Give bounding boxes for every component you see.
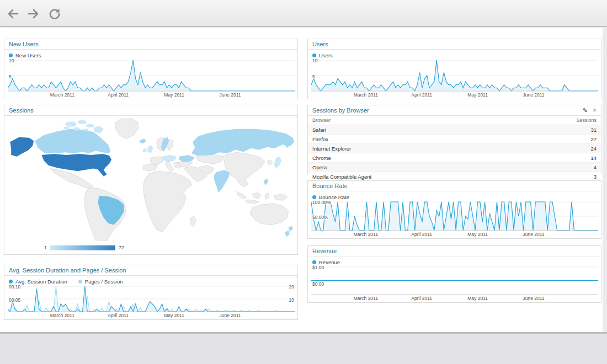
x-axis-label: April 2011	[411, 296, 432, 301]
y-axis-label-right: 10	[289, 297, 294, 303]
country-ireland	[143, 148, 146, 153]
forward-arrow-icon	[29, 10, 38, 18]
x-axis-label: June 2011	[523, 296, 544, 301]
legend: Bounce Rate	[308, 191, 601, 200]
y-axis-label: 10	[8, 58, 14, 63]
y-axis-label: 5	[8, 74, 12, 79]
y-axis-label: 5	[312, 74, 316, 79]
sessions-value: 4	[513, 163, 601, 172]
x-axis-label: April 2011	[411, 92, 432, 98]
x-axis-label: March 2011	[354, 296, 378, 301]
panel-users-title[interactable]: Users	[308, 39, 601, 50]
x-axis-label: June 2011	[523, 232, 544, 237]
map-legend: 1 72	[4, 241, 297, 254]
continent-africa	[143, 171, 191, 232]
y-axis-label: $1.00	[312, 265, 324, 270]
panel-revenue: Revenue Revenue $1.00 $0.00 March 2011 A…	[307, 245, 601, 303]
edit-icon[interactable]: ✎	[583, 105, 588, 115]
x-axis-label: April 2011	[411, 232, 432, 237]
x-axis: March 2011 April 2011 May 2011 June 2011	[311, 92, 598, 99]
legend-dot-pages-session	[78, 280, 82, 283]
bounce-rate-chart[interactable]	[311, 201, 598, 231]
reload-button[interactable]	[47, 7, 62, 20]
x-axis-label: March 2011	[354, 92, 378, 98]
table-row: Safari31	[308, 125, 601, 135]
country-philippines	[264, 179, 268, 185]
country-japan	[274, 157, 281, 169]
sessions-value: 31	[513, 125, 601, 135]
forward-button[interactable]	[26, 7, 41, 20]
table-row: Firefox27	[308, 135, 601, 144]
panel-bounce-title[interactable]: Bounce Rate	[308, 181, 601, 191]
legend: New Users	[4, 50, 297, 58]
avg-session-chart[interactable]	[8, 286, 295, 312]
panel-sessions-title[interactable]: Sessions	[4, 105, 297, 116]
country-iceland	[140, 139, 146, 144]
table-row: Chrome14	[308, 153, 601, 163]
x-axis-label: May 2011	[467, 92, 488, 98]
country-korea	[267, 159, 273, 165]
window-right-edge	[603, 28, 607, 332]
panel-browser-title[interactable]: Sessions by Browser ✎ ×	[308, 105, 601, 116]
chart-plot: 10 5	[311, 60, 598, 92]
close-icon[interactable]: ×	[593, 108, 597, 113]
region-france	[150, 157, 163, 165]
y-axis-label: 100.00%	[312, 200, 332, 205]
island-sulawesi	[265, 193, 269, 199]
back-button[interactable]	[6, 7, 20, 20]
browser-name: Firefox	[308, 135, 513, 144]
country-australia	[250, 204, 288, 225]
column-header-sessions[interactable]: Sessions	[513, 116, 601, 125]
x-axis-label: May 2011	[467, 296, 488, 301]
browser-toolbar	[0, 0, 607, 27]
panel-avg-session-title[interactable]: Avg. Session Duration and Pages / Sessio…	[4, 265, 297, 276]
map-legend-max: 72	[119, 245, 124, 250]
legend-label: Users	[319, 52, 333, 58]
legend-label: Bounce Rate	[319, 194, 349, 200]
country-italy	[166, 162, 173, 172]
revenue-chart[interactable]	[311, 266, 598, 295]
island-java	[246, 200, 259, 204]
panel-users: Users Users 10 5 March 2011 April 2011 M…	[307, 39, 601, 99]
chart-plot: $1.00 $0.00	[311, 266, 598, 295]
y-axis-label-right: 20	[289, 284, 294, 290]
country-mexico	[51, 169, 94, 189]
x-axis-label: May 2011	[164, 313, 184, 318]
new-users-chart[interactable]	[8, 60, 295, 92]
country-china	[224, 152, 265, 187]
world-map[interactable]	[4, 116, 297, 241]
panel-revenue-title[interactable]: Revenue	[308, 246, 601, 256]
panel-avg-session: Avg. Session Duration and Pages / Sessio…	[4, 265, 298, 320]
x-axis-label: March 2011	[50, 313, 74, 318]
legend-dot-bounce	[312, 195, 316, 199]
country-new-zealand-north	[289, 226, 293, 232]
legend: Avg. Session Duration Pages / Session	[4, 276, 297, 285]
x-axis-label: April 2011	[108, 313, 129, 318]
sessions-value: 14	[513, 153, 601, 163]
x-axis: March 2011 April 2011 May 2011 June 2011	[311, 295, 598, 302]
x-axis-label: May 2011	[164, 92, 184, 98]
legend-label: New Users	[15, 52, 41, 58]
x-axis-label: June 2011	[219, 313, 241, 318]
chart-plot: 100.00% 50.00%	[311, 201, 598, 231]
chart-plot: 00:10 00:05 20 10	[8, 286, 295, 312]
legend-label: Pages / Session	[85, 279, 123, 285]
table-row: Mozilla Compatible Agent3	[308, 172, 601, 181]
dashboard-content: New Users New Users 10 5 March 2011 Apri…	[0, 28, 603, 332]
panel-new-users-title[interactable]: New Users	[4, 39, 297, 50]
legend-label: Avg. Session Duration	[15, 279, 67, 285]
chart-plot: 10 5	[8, 60, 295, 92]
sessions-value: 27	[513, 135, 601, 144]
column-header-browser[interactable]: Browser	[308, 116, 513, 125]
region-germany-poland	[162, 155, 177, 162]
x-axis: March 2011 April 2011 May 2011 June 2011	[8, 312, 295, 319]
x-axis-label: June 2011	[523, 92, 544, 98]
map-legend-bar	[50, 245, 115, 250]
x-axis-label: June 2011	[219, 92, 241, 98]
x-axis-label: March 2011	[354, 232, 378, 237]
x-axis-label: March 2011	[50, 92, 74, 98]
country-greenland	[115, 119, 139, 139]
x-axis-label: May 2011	[467, 232, 488, 237]
users-chart[interactable]	[311, 60, 598, 92]
y-axis-label: 10	[312, 58, 318, 63]
